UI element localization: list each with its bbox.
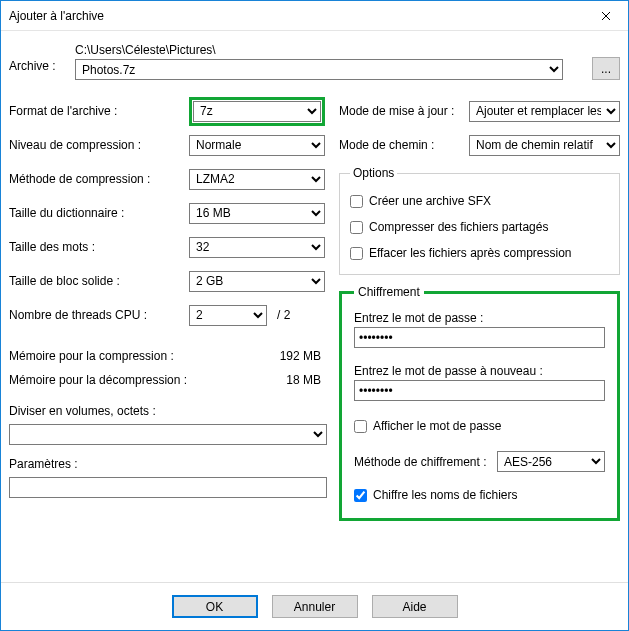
encryption-method-label: Méthode de chiffrement : bbox=[354, 455, 497, 469]
update-mode-label: Mode de mise à jour : bbox=[339, 104, 469, 118]
cpu-threads-max: / 2 bbox=[277, 308, 290, 322]
compression-level-label: Niveau de compression : bbox=[9, 138, 189, 152]
block-size-select[interactable]: 2 GB bbox=[189, 271, 325, 292]
encrypt-filenames-label: Chiffre les noms de fichiers bbox=[373, 488, 518, 502]
word-size-select[interactable]: 32 bbox=[189, 237, 325, 258]
format-label: Format de l'archive : bbox=[9, 104, 189, 118]
volumes-select[interactable] bbox=[9, 424, 327, 445]
shared-files-label: Compresser des fichiers partagés bbox=[369, 220, 548, 234]
password-label: Entrez le mot de passe : bbox=[354, 311, 605, 325]
close-icon bbox=[601, 11, 611, 21]
ellipsis-icon: ... bbox=[601, 62, 611, 76]
encryption-group: Chiffrement Entrez le mot de passe : Ent… bbox=[339, 285, 620, 521]
parameters-label: Paramètres : bbox=[9, 457, 327, 471]
compression-level-select[interactable]: Normale bbox=[189, 135, 325, 156]
path-mode-label: Mode de chemin : bbox=[339, 138, 469, 152]
compression-method-select[interactable]: LZMA2 bbox=[189, 169, 325, 190]
path-mode-select[interactable]: Nom de chemin relatif bbox=[469, 135, 620, 156]
cpu-threads-select[interactable]: 2 bbox=[189, 305, 267, 326]
dictionary-size-label: Taille du dictionnaire : bbox=[9, 206, 189, 220]
delete-after-label: Effacer les fichiers après compression bbox=[369, 246, 572, 260]
help-button[interactable]: Aide bbox=[372, 595, 458, 618]
volumes-label: Diviser en volumes, octets : bbox=[9, 404, 327, 418]
update-mode-select[interactable]: Ajouter et remplacer les fichiers bbox=[469, 101, 620, 122]
titlebar: Ajouter à l'archive bbox=[1, 1, 628, 31]
button-bar: OK Annuler Aide bbox=[1, 582, 628, 630]
block-size-label: Taille de bloc solide : bbox=[9, 274, 189, 288]
close-button[interactable] bbox=[583, 1, 628, 31]
dialog-body: Archive : C:\Users\Céleste\Pictures\ Pho… bbox=[1, 31, 628, 582]
sfx-label: Créer une archive SFX bbox=[369, 194, 491, 208]
archive-label: Archive : bbox=[9, 43, 69, 73]
sfx-checkbox[interactable] bbox=[350, 195, 363, 208]
show-password-label: Afficher le mot de passe bbox=[373, 419, 502, 433]
word-size-label: Taille des mots : bbox=[9, 240, 189, 254]
encryption-legend: Chiffrement bbox=[354, 285, 424, 299]
archive-path: C:\Users\Céleste\Pictures\ bbox=[75, 43, 586, 57]
browse-button[interactable]: ... bbox=[592, 57, 620, 80]
dictionary-size-select[interactable]: 16 MB bbox=[189, 203, 325, 224]
password-confirm-input[interactable] bbox=[354, 380, 605, 401]
parameters-input[interactable] bbox=[9, 477, 327, 498]
memory-compression-label: Mémoire pour la compression : bbox=[9, 349, 247, 363]
window-title: Ajouter à l'archive bbox=[9, 9, 583, 23]
ok-button[interactable]: OK bbox=[172, 595, 258, 618]
delete-after-checkbox[interactable] bbox=[350, 247, 363, 260]
format-highlight: 7z bbox=[189, 97, 325, 126]
memory-compression-value: 192 MB bbox=[247, 349, 327, 363]
compression-method-label: Méthode de compression : bbox=[9, 172, 189, 186]
encryption-method-select[interactable]: AES-256 bbox=[497, 451, 605, 472]
show-password-checkbox[interactable] bbox=[354, 420, 367, 433]
cancel-button[interactable]: Annuler bbox=[272, 595, 358, 618]
format-select[interactable]: 7z bbox=[193, 101, 321, 122]
password-confirm-label: Entrez le mot de passe à nouveau : bbox=[354, 364, 605, 378]
shared-files-checkbox[interactable] bbox=[350, 221, 363, 234]
archive-file-select[interactable]: Photos.7z bbox=[75, 59, 563, 80]
options-group: Options Créer une archive SFX Compresser… bbox=[339, 166, 620, 275]
memory-decompression-label: Mémoire pour la décompression : bbox=[9, 373, 247, 387]
password-input[interactable] bbox=[354, 327, 605, 348]
memory-decompression-value: 18 MB bbox=[247, 373, 327, 387]
cpu-threads-label: Nombre de threads CPU : bbox=[9, 308, 189, 322]
options-legend: Options bbox=[350, 166, 397, 180]
encrypt-filenames-checkbox[interactable] bbox=[354, 489, 367, 502]
